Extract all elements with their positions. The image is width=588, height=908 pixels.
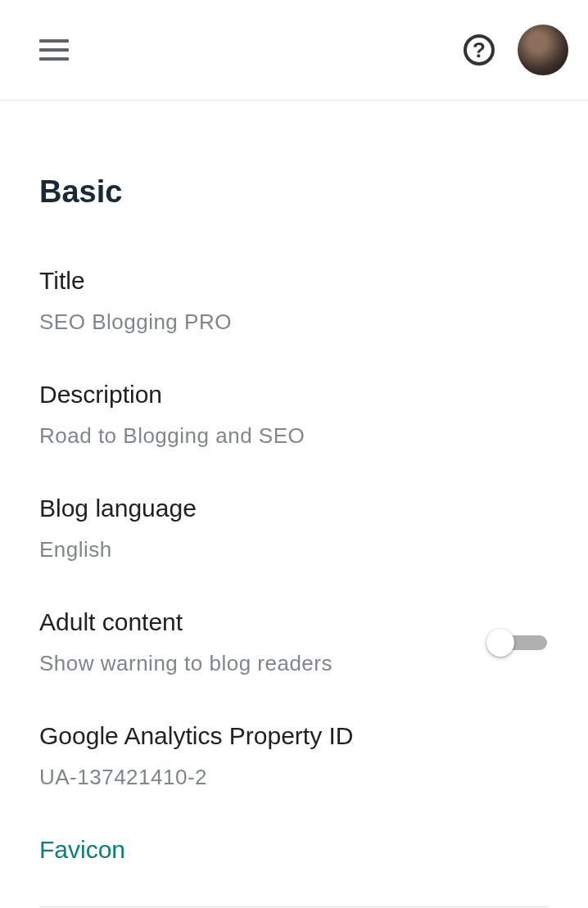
- favicon-link[interactable]: Favicon: [39, 836, 549, 864]
- setting-label: Blog language: [39, 495, 549, 522]
- setting-analytics[interactable]: Google Analytics Property ID UA-13742141…: [39, 722, 549, 790]
- setting-value: SEO Blogging PRO: [39, 309, 549, 335]
- section-heading: Basic: [39, 174, 549, 210]
- adult-content-toggle[interactable]: [486, 629, 549, 657]
- menu-icon: [39, 57, 69, 61]
- setting-value: Show warning to blog readers: [39, 651, 486, 676]
- settings-content: Basic Title SEO Blogging PRO Description…: [0, 101, 588, 907]
- toggle-thumb: [486, 629, 514, 657]
- setting-language[interactable]: Blog language English: [39, 495, 549, 562]
- setting-label: Title: [39, 267, 549, 295]
- setting-adult-content: Adult content Show warning to blog reade…: [39, 608, 549, 676]
- setting-title[interactable]: Title SEO Blogging PRO: [39, 267, 549, 335]
- setting-value: English: [39, 537, 549, 562]
- help-icon[interactable]: ?: [464, 34, 495, 66]
- setting-value: UA-137421410-2: [39, 765, 549, 790]
- setting-description[interactable]: Description Road to Blogging and SEO: [39, 381, 549, 449]
- setting-value: Road to Blogging and SEO: [39, 423, 549, 449]
- app-header: ?: [0, 0, 588, 101]
- hamburger-menu-button[interactable]: [39, 39, 69, 61]
- setting-label: Description: [39, 381, 549, 409]
- setting-label: Google Analytics Property ID: [39, 722, 549, 750]
- setting-label: Adult content: [39, 608, 486, 636]
- divider: [39, 906, 549, 907]
- menu-icon: [39, 39, 69, 43]
- avatar[interactable]: [518, 25, 568, 75]
- header-actions: ?: [464, 25, 568, 75]
- menu-icon: [39, 48, 69, 52]
